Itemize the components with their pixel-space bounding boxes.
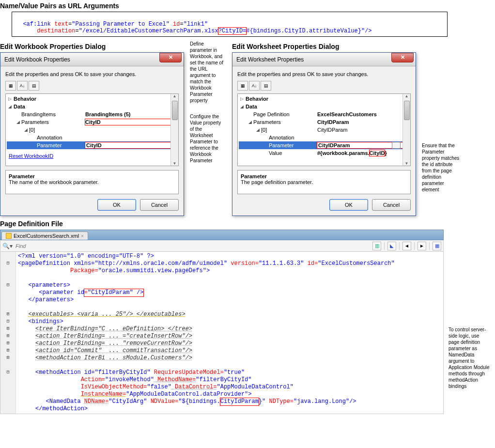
toolbar-icon-1[interactable]: ▥ <box>372 242 381 250</box>
annotation-configure-value: Configure the Value property of the Work… <box>190 113 226 164</box>
worksheet-instruction: Edit the properties and press OK to save… <box>237 71 411 77</box>
pages-icon[interactable]: ▤ <box>29 81 39 91</box>
close-icon[interactable]: ✕ <box>159 53 182 62</box>
heading-workbook-dialog: Edit Workbook Properties Dialog <box>0 43 184 50</box>
editor-gutter[interactable]: ⊟ ⊟ ⊞ ⊟ ⊞ ⊞ ⊞ ⊞ ⊞ ⊟ <box>0 252 16 414</box>
flag-next-icon[interactable]: ► <box>418 242 426 250</box>
tab-close-icon[interactable]: × <box>81 233 84 239</box>
worksheet-parameter-row[interactable]: ParameterCityIDParam ... <box>239 141 409 149</box>
flag-prev-icon[interactable]: ◄ <box>402 242 411 250</box>
file-tab-bar: ExcelCustomersSearch.xml × <box>0 230 444 240</box>
xml-editor[interactable]: ⊟ ⊟ ⊞ ⊟ ⊞ ⊞ ⊞ ⊞ ⊞ ⊟ <?xml version="1.0" … <box>0 252 444 414</box>
workbook-parameter-row[interactable]: ParameterCityID <box>7 141 177 149</box>
categorized-icon[interactable]: ▦ <box>237 81 248 91</box>
annotation-define-param: Define parameter in Workbook, and set th… <box>190 41 226 104</box>
search-input[interactable] <box>15 243 112 249</box>
workbook-title: Edit Workbook Properties <box>4 56 70 63</box>
edit-worksheet-dialog: Edit Worksheet Properties ✕ Edit the pro… <box>232 52 416 216</box>
workbook-titlebar[interactable]: Edit Workbook Properties ✕ <box>0 53 184 66</box>
page-def-file-icon <box>6 233 12 239</box>
reset-workbookid-link[interactable]: Reset WorkbookID <box>9 153 53 159</box>
worksheet-title: Edit Worksheet Properties <box>236 56 304 63</box>
worksheet-desc: Parameter The page definition parameter. <box>237 170 411 194</box>
annotation-ensure-match: Ensure that the Parameter property match… <box>422 41 461 193</box>
worksheet-tree[interactable]: ▷Behavior ◢Data Page DefinitionExcelSear… <box>237 93 411 166</box>
toolbar-icon-5[interactable]: ▦ <box>433 242 441 250</box>
editor-toolbar: 🔍▾ ▥ ◣ ◄ ► ▦ <box>0 240 444 252</box>
af-link-code: <af:link text="Passing Parameter to Exce… <box>12 12 448 37</box>
annotation-named-data: To control server-side logic, use page d… <box>449 230 490 389</box>
close-icon[interactable]: ✕ <box>391 53 414 62</box>
worksheet-titlebar[interactable]: Edit Worksheet Properties ✕ <box>232 53 416 66</box>
workbook-desc: Parameter The name of the workbook param… <box>5 170 179 194</box>
tree-scrollbar[interactable] <box>402 94 410 166</box>
workbook-instruction: Edit the properties and press OK to save… <box>5 71 179 77</box>
workbook-tree[interactable]: ▷Behavior ◢Data BrandingItemsBrandingIte… <box>5 93 179 166</box>
bookmark-icon[interactable]: ◣ <box>387 242 396 250</box>
worksheet-property-toolbar: ▦ A↓ ▤ <box>237 81 411 91</box>
sort-az-icon[interactable]: A↓ <box>249 81 260 91</box>
heading-page-def: Page Definition File <box>0 220 495 228</box>
heading-url-args: Name/Value Pairs as URL Arguments <box>0 2 495 10</box>
heading-worksheet-dialog: Edit Worksheet Properties Dialog <box>232 43 416 50</box>
tree-scrollbar[interactable] <box>170 94 178 166</box>
ellipsis-button[interactable]: ... <box>392 142 401 149</box>
file-tab-excelcustomers[interactable]: ExcelCustomersSearch.xml × <box>1 232 88 240</box>
cancel-button[interactable]: Cancel <box>140 199 179 211</box>
pages-icon[interactable]: ▤ <box>261 81 271 91</box>
edit-workbook-dialog: Edit Workbook Properties ✕ Edit the prop… <box>0 52 184 216</box>
xml-code-lines[interactable]: <?xml version="1.0" encoding="UTF-8" ?> … <box>16 252 443 414</box>
search-icon[interactable]: 🔍▾ <box>2 243 13 249</box>
sort-az-icon[interactable]: A↓ <box>17 81 28 91</box>
ok-button[interactable]: OK <box>97 199 136 211</box>
cancel-button[interactable]: Cancel <box>372 199 411 211</box>
workbook-property-toolbar: ▦ A↓ ▤ <box>5 81 179 91</box>
categorized-icon[interactable]: ▦ <box>5 81 16 91</box>
ok-button[interactable]: OK <box>329 199 368 211</box>
